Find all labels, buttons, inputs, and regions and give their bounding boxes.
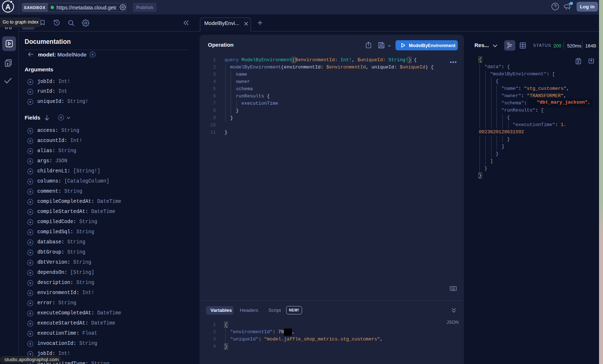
svg-text:A: A — [5, 3, 11, 11]
